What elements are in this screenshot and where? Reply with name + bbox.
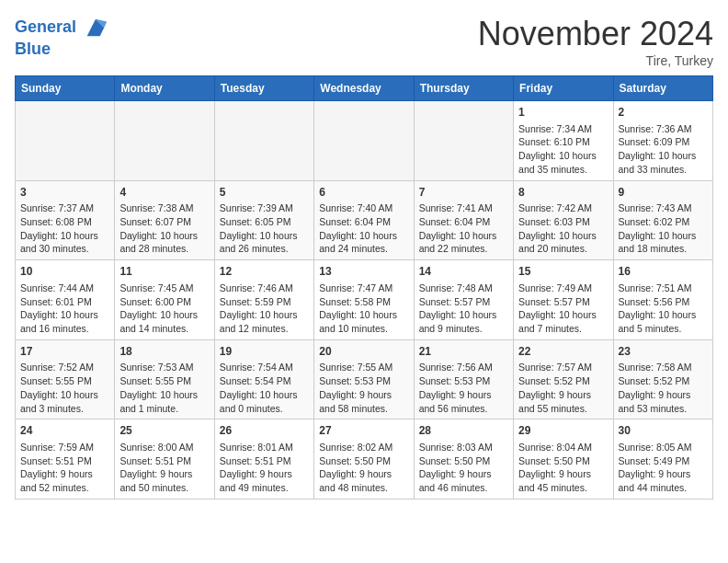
week-row-5: 24Sunrise: 7:59 AMSunset: 5:51 PMDayligh…: [16, 419, 713, 500]
day-info: Sunrise: 7:53 AM: [119, 361, 209, 374]
day-cell: 24Sunrise: 7:59 AMSunset: 5:51 PMDayligh…: [16, 419, 115, 500]
day-info: Sunrise: 7:44 AM: [20, 282, 109, 295]
day-info: Daylight: 9 hours and 48 minutes.: [319, 467, 408, 494]
day-number: 27: [319, 423, 408, 439]
day-info: Daylight: 9 hours and 58 minutes.: [319, 388, 408, 415]
day-info: Sunrise: 7:40 AM: [319, 201, 408, 215]
day-info: Daylight: 10 hours and 33 minutes.: [619, 149, 708, 176]
day-info: Daylight: 10 hours and 14 minutes.: [119, 308, 209, 335]
day-info: Daylight: 9 hours and 53 minutes.: [619, 388, 708, 415]
day-info: Sunset: 5:52 PM: [518, 374, 608, 388]
day-info: Sunrise: 7:47 AM: [319, 282, 408, 295]
day-number: 3: [20, 185, 109, 201]
day-cell: 30Sunrise: 8:05 AMSunset: 5:49 PMDayligh…: [613, 419, 712, 500]
day-info: Sunset: 5:51 PM: [20, 454, 109, 468]
day-header-saturday: Saturday: [613, 76, 712, 101]
day-number: 17: [20, 344, 109, 360]
day-cell: 2Sunrise: 7:36 AMSunset: 6:09 PMDaylight…: [613, 101, 712, 181]
day-number: 2: [619, 105, 708, 121]
day-cell: 20Sunrise: 7:55 AMSunset: 5:53 PMDayligh…: [314, 339, 414, 419]
day-number: 11: [119, 264, 209, 280]
day-info: Daylight: 10 hours and 1 minute.: [119, 388, 209, 415]
day-info: Sunset: 5:51 PM: [220, 454, 309, 468]
day-info: Daylight: 9 hours and 56 minutes.: [419, 388, 508, 415]
day-info: Daylight: 10 hours and 16 minutes.: [20, 308, 109, 335]
day-info: Daylight: 10 hours and 30 minutes.: [20, 229, 109, 256]
day-cell: 1Sunrise: 7:34 AMSunset: 6:10 PMDaylight…: [514, 101, 613, 181]
day-number: 18: [119, 344, 209, 360]
day-cell: 19Sunrise: 7:54 AMSunset: 5:54 PMDayligh…: [214, 339, 313, 419]
day-info: Sunrise: 7:36 AM: [619, 122, 708, 136]
page-header: General Blue November 2024 Tire, Turkey: [15, 15, 713, 68]
day-info: Sunrise: 7:51 AM: [619, 282, 708, 295]
day-cell: 23Sunrise: 7:58 AMSunset: 5:52 PMDayligh…: [613, 339, 712, 419]
day-cell: 11Sunrise: 7:45 AMSunset: 6:00 PMDayligh…: [115, 260, 214, 340]
day-number: 21: [419, 344, 508, 360]
day-cell: 14Sunrise: 7:48 AMSunset: 5:57 PMDayligh…: [414, 260, 513, 340]
day-info: Sunrise: 8:04 AM: [518, 441, 608, 454]
day-info: Sunrise: 7:56 AM: [419, 361, 508, 374]
day-info: Sunset: 5:55 PM: [119, 374, 209, 388]
day-info: Sunrise: 7:34 AM: [518, 122, 608, 136]
day-info: Sunrise: 7:54 AM: [220, 361, 309, 374]
day-number: 13: [319, 264, 408, 280]
day-info: Sunset: 5:49 PM: [619, 454, 708, 468]
day-info: Daylight: 10 hours and 7 minutes.: [518, 308, 608, 335]
day-number: 15: [518, 264, 608, 280]
day-cell: 6Sunrise: 7:40 AMSunset: 6:04 PMDaylight…: [314, 180, 414, 260]
day-info: Sunrise: 7:55 AM: [319, 361, 408, 374]
day-cell: 3Sunrise: 7:37 AMSunset: 6:08 PMDaylight…: [16, 180, 115, 260]
day-info: Sunset: 5:54 PM: [220, 374, 309, 388]
day-number: 24: [20, 423, 109, 439]
day-info: Daylight: 10 hours and 3 minutes.: [20, 388, 109, 415]
day-info: Sunrise: 7:39 AM: [220, 201, 309, 215]
day-cell: 17Sunrise: 7:52 AMSunset: 5:55 PMDayligh…: [16, 339, 115, 419]
logo-icon: [83, 15, 108, 40]
day-info: Daylight: 10 hours and 20 minutes.: [518, 229, 608, 256]
day-info: Sunset: 5:59 PM: [220, 295, 309, 309]
day-info: Sunrise: 8:00 AM: [119, 441, 209, 454]
day-header-friday: Friday: [514, 76, 613, 101]
day-number: 25: [119, 423, 209, 439]
title-block: November 2024 Tire, Turkey: [478, 15, 713, 68]
day-info: Sunset: 5:55 PM: [20, 374, 109, 388]
day-info: Sunrise: 7:43 AM: [619, 201, 708, 215]
day-info: Sunrise: 8:05 AM: [619, 441, 708, 454]
day-info: Sunset: 6:04 PM: [419, 215, 508, 229]
day-cell: 27Sunrise: 8:02 AMSunset: 5:50 PMDayligh…: [314, 419, 414, 500]
day-cell: [16, 101, 115, 181]
month-title: November 2024: [478, 15, 713, 53]
day-info: Sunset: 6:07 PM: [119, 215, 209, 229]
day-info: Sunset: 5:51 PM: [119, 454, 209, 468]
day-header-tuesday: Tuesday: [214, 76, 313, 101]
day-info: Sunset: 5:50 PM: [518, 454, 608, 468]
day-number: 9: [619, 185, 708, 201]
day-cell: 4Sunrise: 7:38 AMSunset: 6:07 PMDaylight…: [115, 180, 214, 260]
day-info: Daylight: 10 hours and 35 minutes.: [518, 149, 608, 176]
day-info: Sunrise: 7:48 AM: [419, 282, 508, 295]
day-cell: [414, 101, 513, 181]
day-number: 6: [319, 185, 408, 201]
day-header-wednesday: Wednesday: [314, 76, 414, 101]
day-info: Daylight: 10 hours and 10 minutes.: [319, 308, 408, 335]
day-info: Sunrise: 7:59 AM: [20, 441, 109, 454]
day-cell: 9Sunrise: 7:43 AMSunset: 6:02 PMDaylight…: [613, 180, 712, 260]
day-info: Sunset: 5:50 PM: [419, 454, 508, 468]
day-cell: [115, 101, 214, 181]
day-cell: 21Sunrise: 7:56 AMSunset: 5:53 PMDayligh…: [414, 339, 513, 419]
day-info: Sunrise: 7:41 AM: [419, 201, 508, 215]
day-cell: 28Sunrise: 8:03 AMSunset: 5:50 PMDayligh…: [414, 419, 513, 500]
day-number: 28: [419, 423, 508, 439]
day-header-monday: Monday: [115, 76, 214, 101]
day-info: Daylight: 9 hours and 44 minutes.: [619, 467, 708, 494]
day-header-sunday: Sunday: [16, 76, 115, 101]
day-info: Daylight: 10 hours and 5 minutes.: [619, 308, 708, 335]
day-number: 30: [619, 423, 708, 439]
day-info: Sunset: 5:53 PM: [419, 374, 508, 388]
day-info: Sunset: 5:53 PM: [319, 374, 408, 388]
day-info: Daylight: 9 hours and 52 minutes.: [20, 467, 109, 494]
day-info: Sunrise: 7:52 AM: [20, 361, 109, 374]
day-info: Sunset: 6:05 PM: [220, 215, 309, 229]
day-info: Sunrise: 7:49 AM: [518, 282, 608, 295]
day-cell: 8Sunrise: 7:42 AMSunset: 6:03 PMDaylight…: [514, 180, 613, 260]
